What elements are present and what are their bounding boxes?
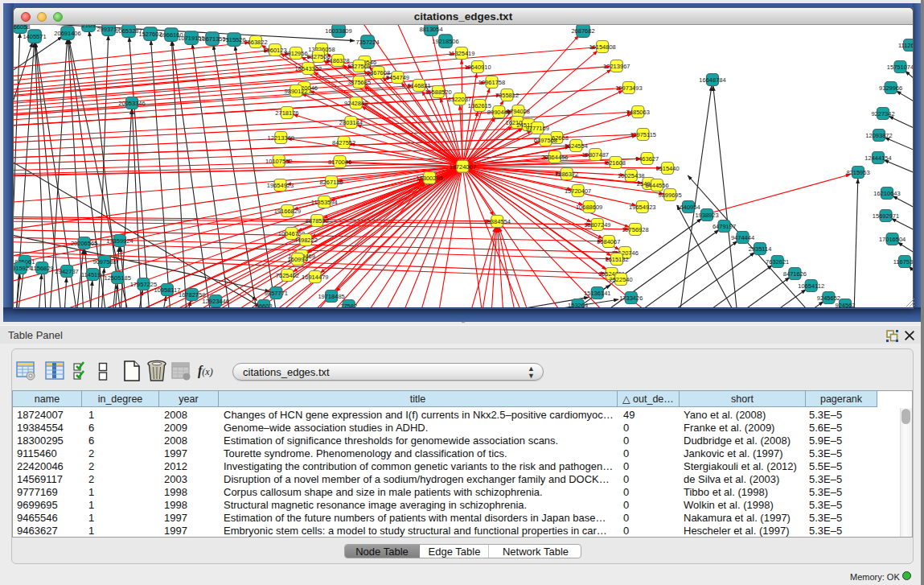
svg-text:12444154: 12444154 bbox=[864, 154, 891, 162]
svg-text:9777169: 9777169 bbox=[526, 125, 549, 132]
svg-text:10958117: 10958117 bbox=[154, 286, 180, 294]
svg-text:1156829: 1156829 bbox=[31, 265, 54, 272]
svg-text:1938923: 1938923 bbox=[695, 212, 718, 219]
svg-text:10807487: 10807487 bbox=[582, 151, 609, 159]
svg-text:18807249: 18807249 bbox=[584, 221, 610, 229]
svg-text:2169: 2169 bbox=[82, 25, 96, 29]
svg-text:10654112: 10654112 bbox=[798, 282, 824, 290]
svg-text:10961758: 10961758 bbox=[478, 79, 505, 86]
svg-text:10756928: 10756928 bbox=[622, 226, 648, 233]
svg-text:16033809: 16033809 bbox=[325, 27, 351, 35]
svg-text:7515526: 7515526 bbox=[222, 36, 245, 43]
svg-text:4498222: 4498222 bbox=[294, 237, 318, 244]
svg-text:7886372: 7886372 bbox=[555, 171, 578, 178]
svg-text:8215953: 8215953 bbox=[846, 169, 869, 176]
svg-text:9329966: 9329966 bbox=[879, 84, 902, 92]
svg-text:1733426: 1733426 bbox=[619, 295, 643, 302]
svg-text:16648784: 16648784 bbox=[699, 76, 725, 84]
svg-text:153264: 153264 bbox=[568, 302, 588, 307]
svg-text:3915924: 3915924 bbox=[14, 265, 32, 272]
svg-text:1527602: 1527602 bbox=[138, 31, 162, 38]
svg-text:19384554: 19384554 bbox=[484, 218, 511, 225]
svg-text:1145194: 1145194 bbox=[81, 271, 105, 278]
svg-text:1615132: 1615132 bbox=[605, 256, 628, 263]
svg-text:18640910: 18640910 bbox=[464, 64, 491, 71]
svg-text:2803144: 2803144 bbox=[339, 119, 363, 126]
svg-text:7357224: 7357224 bbox=[355, 39, 379, 46]
svg-text:6794028: 6794028 bbox=[507, 108, 530, 115]
svg-text:9857771: 9857771 bbox=[265, 290, 288, 297]
svg-text:15720407: 15720407 bbox=[565, 187, 591, 195]
svg-text:1640954: 1640954 bbox=[676, 204, 700, 211]
svg-text:17359924: 17359924 bbox=[106, 237, 133, 245]
svg-text:12923446: 12923446 bbox=[203, 298, 229, 305]
svg-text:8454749: 8454749 bbox=[386, 74, 409, 81]
svg-text:7955812: 7955812 bbox=[495, 92, 519, 99]
svg-text:17957225: 17957225 bbox=[130, 281, 157, 288]
svg-text:7663822: 7663822 bbox=[244, 39, 267, 46]
svg-text:7625402: 7625402 bbox=[276, 272, 299, 279]
svg-text:9899695: 9899695 bbox=[658, 192, 681, 199]
svg-text:12093872: 12093872 bbox=[865, 132, 892, 139]
svg-text:20053346: 20053346 bbox=[118, 100, 145, 107]
svg-text:10688609: 10688609 bbox=[576, 204, 602, 211]
svg-text:7485063: 7485063 bbox=[626, 109, 650, 116]
svg-text:2718176: 2718176 bbox=[275, 109, 298, 117]
svg-text:19654923: 19654923 bbox=[629, 204, 655, 211]
svg-text:8444556: 8444556 bbox=[645, 182, 668, 189]
svg-text:20206565: 20206565 bbox=[71, 240, 97, 247]
svg-text:9245652: 9245652 bbox=[817, 295, 840, 302]
svg-text:2687682: 2687682 bbox=[571, 27, 594, 35]
svg-text:15692971: 15692971 bbox=[873, 212, 899, 220]
svg-text:621608: 621608 bbox=[606, 159, 626, 167]
svg-text:18300295: 18300295 bbox=[416, 175, 442, 182]
svg-text:2942737: 2942737 bbox=[55, 268, 79, 275]
svg-text:3875685: 3875685 bbox=[347, 79, 371, 86]
svg-text:19654923: 19654923 bbox=[267, 182, 294, 189]
svg-text:160994: 160994 bbox=[288, 256, 308, 263]
svg-text:9890122: 9890122 bbox=[285, 88, 308, 95]
svg-text:9515440: 9515440 bbox=[655, 165, 679, 172]
svg-text:10025438: 10025438 bbox=[618, 172, 644, 179]
svg-text:18724007: 18724007 bbox=[450, 163, 476, 171]
svg-text:8878532: 8878532 bbox=[306, 217, 329, 225]
svg-text:8912956: 8912956 bbox=[284, 50, 307, 57]
svg-text:1167533: 1167533 bbox=[893, 258, 913, 266]
svg-text:20691406: 20691406 bbox=[54, 30, 80, 37]
svg-text:2522540: 2522540 bbox=[609, 276, 632, 283]
svg-text:11353594: 11353594 bbox=[311, 199, 338, 206]
svg-text:8427552: 8427552 bbox=[332, 139, 355, 146]
svg-text:1405571: 1405571 bbox=[23, 33, 46, 40]
svg-text:15751074: 15751074 bbox=[887, 64, 913, 71]
svg-text:11325419: 11325419 bbox=[449, 50, 475, 57]
svg-text:12213967: 12213967 bbox=[603, 63, 630, 70]
svg-text:6479197: 6479197 bbox=[713, 223, 736, 230]
svg-text:8471626: 8471626 bbox=[783, 270, 807, 278]
svg-text:2935114: 2935114 bbox=[749, 245, 772, 253]
svg-text:9084067: 9084067 bbox=[597, 238, 620, 245]
svg-text:8267130: 8267130 bbox=[319, 179, 343, 186]
svg-text:1112649: 1112649 bbox=[898, 42, 913, 49]
svg-text:766058: 766058 bbox=[14, 25, 31, 31]
svg-text:19718485: 19718485 bbox=[318, 293, 344, 300]
svg-text:16782759: 16782759 bbox=[179, 291, 205, 299]
svg-text:77582: 77582 bbox=[340, 303, 357, 307]
svg-text:19166829: 19166829 bbox=[274, 208, 301, 215]
svg-text:16154808: 16154808 bbox=[589, 43, 615, 51]
svg-text:10973493: 10973493 bbox=[615, 84, 642, 92]
svg-text:924562: 924562 bbox=[835, 302, 855, 307]
svg-text:19218506: 19218506 bbox=[432, 38, 458, 45]
svg-text:15588520: 15588520 bbox=[425, 89, 451, 96]
svg-text:8186328: 8186328 bbox=[326, 57, 349, 64]
svg-text:7632621: 7632621 bbox=[766, 258, 789, 266]
svg-text:8170046: 8170046 bbox=[328, 159, 351, 166]
svg-text:9474444: 9474444 bbox=[731, 234, 754, 241]
svg-text:15136141: 15136141 bbox=[584, 290, 610, 297]
svg-text:12213369: 12213369 bbox=[268, 134, 294, 142]
svg-text:6497568: 6497568 bbox=[534, 137, 557, 144]
svg-text:20364456: 20364456 bbox=[541, 154, 568, 161]
svg-text:9227342: 9227342 bbox=[871, 110, 894, 117]
svg-text:12975115: 12975115 bbox=[630, 131, 656, 138]
svg-text:8960123: 8960123 bbox=[263, 47, 286, 54]
svg-text:9097588: 9097588 bbox=[92, 258, 116, 266]
